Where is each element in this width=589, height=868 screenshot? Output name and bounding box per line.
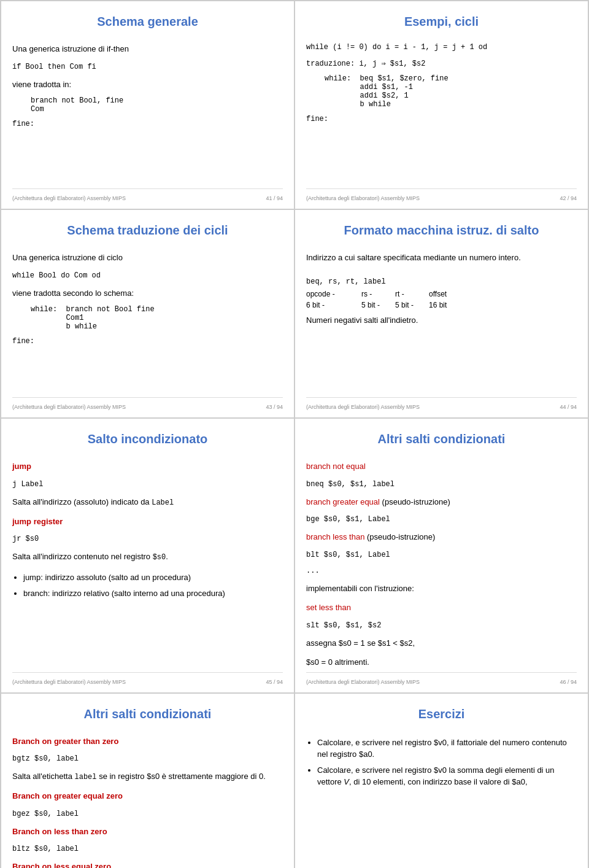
slide-43-code2: while: branch not Bool fine Com1 b while bbox=[31, 305, 283, 331]
slide-45-bullet-2: branch: indirizzo relativo (salto intern… bbox=[23, 587, 283, 600]
slide-45-jr-code: jr $s0 bbox=[12, 535, 283, 543]
slide-47-blez: Branch on less equal zero bbox=[12, 861, 283, 868]
slide-44-footer-right: 44 / 94 bbox=[560, 404, 577, 410]
slide-44-text2: Numeri negativi salti all'indietro. bbox=[306, 314, 577, 327]
slide-48-title: Esercizi bbox=[306, 706, 577, 722]
slide-46-bge-code: bge $s0, $s1, Label bbox=[306, 515, 577, 524]
slide-45-title: Salto incondizionato bbox=[12, 431, 283, 447]
slide-45-footer-left: (Architettura degli Elaboratori) Assembl… bbox=[12, 679, 126, 685]
col-offset-bits: 16 bit bbox=[429, 301, 478, 309]
slide-46-assign2: $s0 = 0 altrimenti. bbox=[306, 656, 577, 668]
slides-grid: Schema generale Una generica istruzione … bbox=[0, 0, 589, 868]
slide-45-bullet-1: jump: indirizzo assoluto (salto ad un pr… bbox=[23, 572, 283, 584]
col-rt-label: rt - bbox=[395, 290, 429, 298]
slide-41-code2: branch not Bool, fine Com bbox=[31, 96, 283, 114]
slide-46-dots: ... bbox=[306, 567, 577, 575]
slide-45-jump-label: jump bbox=[12, 460, 283, 473]
slide-41-text1: Una generica istruzione di if-then bbox=[12, 43, 283, 55]
slide-42-code3: while: beq $s1, $zero, fine addi $s1, -1… bbox=[325, 74, 577, 109]
slide-47-bltz: Branch on less than zero bbox=[12, 826, 283, 838]
slide-46-assign: assegna $s0 = 1 se $s1 < $s2, bbox=[306, 637, 577, 649]
slide-41-footer-right: 41 / 94 bbox=[266, 195, 283, 201]
slide-45-bullets: jump: indirizzo assoluto (salto ad un pr… bbox=[23, 572, 283, 603]
slide-43: Schema traduzione dei cicli Una generica… bbox=[1, 209, 294, 418]
slide-45-footer-right: 45 / 94 bbox=[266, 679, 283, 685]
col-opcode-bits: 6 bit - bbox=[306, 301, 361, 309]
slide-42-code4: fine: bbox=[306, 115, 577, 123]
slide-45-jump-code: j Label bbox=[12, 480, 283, 489]
slide-46-title: Altri salti condizionati bbox=[306, 431, 577, 447]
slide-44: Formato macchina istruz. di salto Indiri… bbox=[294, 209, 588, 418]
col-rs-label: rs - bbox=[361, 290, 395, 298]
slide-45-jr-label: jump register bbox=[12, 516, 283, 528]
slide-44-table-header: opcode - rs - rt - offset bbox=[306, 290, 577, 298]
slide-47-bgez: Branch on greater equal zero bbox=[12, 790, 283, 802]
slide-47-bltz-code: bltz $s0, label bbox=[12, 845, 283, 853]
slide-44-code1: beq, rs, rt, label bbox=[306, 277, 577, 286]
col-rt-bits: 5 bit - bbox=[395, 301, 429, 309]
slide-42-code1: while (i != 0) do i = i - 1, j = j + 1 o… bbox=[306, 43, 577, 52]
slide-47-bgez-code: bgez $s0, label bbox=[12, 810, 283, 818]
slide-41-footer: (Architettura degli Elaboratori) Assembl… bbox=[12, 188, 283, 201]
slide-45-jump-desc: Salta all'indirizzo (assoluto) indicato … bbox=[12, 496, 283, 508]
slide-46-slt-code: slt $s0, $s1, $s2 bbox=[306, 621, 577, 630]
slide-43-code3: fine: bbox=[12, 337, 283, 346]
slide-42: Esempi, cicli while (i != 0) do i = i - … bbox=[294, 1, 588, 209]
slide-46-slt: set less than bbox=[306, 602, 577, 614]
slide-45-footer: (Architettura degli Elaboratori) Assembl… bbox=[12, 672, 283, 685]
slide-44-footer-left: (Architettura degli Elaboratori) Assembl… bbox=[306, 404, 420, 410]
slide-41: Schema generale Una generica istruzione … bbox=[1, 1, 294, 209]
slide-46-bneq-code: bneq $s0, $s1, label bbox=[306, 480, 577, 489]
slide-46-footer: (Architettura degli Elaboratori) Assembl… bbox=[306, 672, 577, 685]
slide-46-footer-right: 46 / 94 bbox=[560, 679, 577, 685]
slide-42-footer-right: 42 / 94 bbox=[560, 195, 577, 201]
slide-45: Salto incondizionato jump j Label Salta … bbox=[1, 418, 294, 693]
slide-46-blt-code: blt $s0, $s1, Label bbox=[306, 551, 577, 559]
slide-43-footer-right: 43 / 94 bbox=[266, 404, 283, 410]
slide-47-bgtz-desc: Salta all'etichetta label se in registro… bbox=[12, 770, 283, 783]
slide-43-text1: Una generica istruzione di ciclo bbox=[12, 252, 283, 264]
slide-46-impl: implementabili con l'istruzione: bbox=[306, 583, 577, 595]
slide-44-text1: Indirizzo a cui saltare specificata medi… bbox=[306, 252, 577, 264]
slide-41-code1: if Bool then Com fi bbox=[12, 63, 283, 71]
slide-48-bullets: Calcolare, e scrivere nel registro $v0, … bbox=[317, 737, 577, 792]
slide-48: Esercizi Calcolare, e scrivere nel regis… bbox=[294, 693, 588, 869]
slide-47-bgtz-code: bgtz $s0, label bbox=[12, 754, 283, 763]
slide-41-text2: viene tradotta in: bbox=[12, 79, 283, 91]
slide-46: Altri salti condizionati branch not equa… bbox=[294, 418, 588, 693]
slide-42-footer-left: (Architettura degli Elaboratori) Assembl… bbox=[306, 195, 420, 201]
slide-44-title: Formato macchina istruz. di salto bbox=[306, 222, 577, 238]
slide-41-footer-left: (Architettura degli Elaboratori) Assembl… bbox=[12, 195, 126, 201]
slide-47: Altri salti condizionati Branch on great… bbox=[1, 693, 294, 869]
slide-48-bullet-2: Calcolare, e scrivere nel registro $v0 l… bbox=[317, 764, 577, 788]
col-rs-bits: 5 bit - bbox=[361, 301, 395, 309]
slide-46-footer-left: (Architettura degli Elaboratori) Assembl… bbox=[306, 679, 420, 685]
slide-47-bgtz: Branch on greater than zero bbox=[12, 735, 283, 748]
slide-46-bge: branch greater equal (pseudo-istruzione) bbox=[306, 496, 577, 508]
slide-46-bneq: branch not equal bbox=[306, 460, 577, 473]
slide-43-text2: viene tradotta secondo lo schema: bbox=[12, 287, 283, 300]
slide-43-footer-left: (Architettura degli Elaboratori) Assembl… bbox=[12, 404, 126, 410]
slide-44-table-bits: 6 bit - 5 bit - 5 bit - 16 bit bbox=[306, 301, 577, 309]
slide-44-footer: (Architettura degli Elaboratori) Assembl… bbox=[306, 397, 577, 410]
slide-45-jr-desc: Salta all'indirizzo contenuto nel regist… bbox=[12, 551, 283, 563]
slide-42-code2: traduzione: i, j ⇒ $s1, $s2 bbox=[306, 59, 577, 68]
slide-47-title: Altri salti condizionati bbox=[12, 706, 283, 722]
col-offset-label: offset bbox=[429, 290, 478, 298]
slide-42-footer: (Architettura degli Elaboratori) Assembl… bbox=[306, 188, 577, 201]
slide-41-code3: fine: bbox=[12, 120, 283, 128]
slide-41-title: Schema generale bbox=[12, 14, 283, 29]
slide-43-code1: while Bool do Com od bbox=[12, 271, 283, 280]
col-opcode-label: opcode - bbox=[306, 290, 361, 298]
slide-43-title: Schema traduzione dei cicli bbox=[12, 222, 283, 238]
slide-43-footer: (Architettura degli Elaboratori) Assembl… bbox=[12, 397, 283, 410]
slide-46-blt: branch less than (pseudo-istruzione) bbox=[306, 531, 577, 543]
slide-48-bullet-1: Calcolare, e scrivere nel registro $v0, … bbox=[317, 737, 577, 761]
slide-42-title: Esempi, cicli bbox=[306, 14, 577, 29]
